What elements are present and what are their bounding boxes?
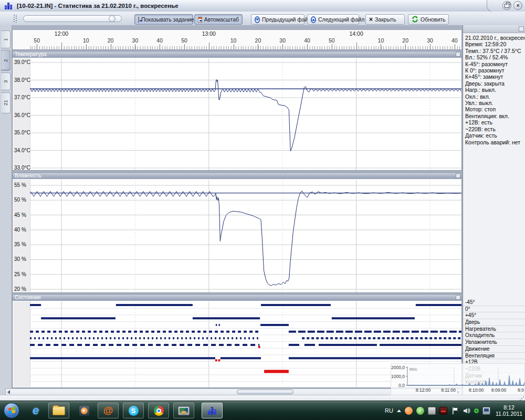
ruler-tick [37, 44, 37, 49]
taskbar-item-media-player[interactable] [74, 403, 94, 418]
media-player-icon [79, 406, 89, 416]
status-line: К-45°: разомкнут [465, 61, 524, 67]
hidden-icons-arrow-icon[interactable] [397, 410, 401, 412]
humidity-panel-button[interactable] [456, 173, 460, 178]
legend-row-Движение: Движение [463, 346, 525, 353]
status-line: Охл.: вкл. [465, 93, 524, 100]
toolbar: Показывать задание Автомасштаб Предыдущи… [0, 12, 525, 26]
clock-time: 8:12 [496, 404, 522, 411]
ruler-tick [455, 44, 455, 49]
state-panel-button[interactable] [456, 295, 460, 300]
ruler-tick [86, 44, 87, 49]
y-axis-label: 50 % [14, 197, 26, 203]
tray-action-center-flag-icon[interactable] [451, 407, 459, 415]
scroll-left-arrow-icon[interactable] [7, 390, 10, 394]
autoscale-toggle[interactable]: Автомасштаб [194, 14, 243, 25]
chamber-tab-1[interactable]: 1 [1, 30, 10, 48]
app-window: [10-02-21.IN] - Статистика за 21.02.2010… [0, 0, 525, 401]
info-panel-pin-button[interactable] [519, 26, 524, 32]
legend-row-Дверь: Дверь [463, 319, 525, 326]
ruler-tick [307, 44, 308, 49]
y-axis-label: 34.0°C [14, 148, 30, 153]
taskbar-item-windows-explorer[interactable] [48, 403, 69, 418]
close-file-button[interactable]: × Закрыть [365, 14, 405, 25]
taskbar-item-mail-agent[interactable]: @ [98, 403, 119, 418]
tray-volume-icon[interactable] [463, 407, 470, 415]
minute-tick-label: 10 [230, 37, 237, 44]
show-task-toggle[interactable]: Показывать задание [134, 14, 193, 25]
tray-network-icon[interactable] [482, 407, 490, 415]
humidity-plot [30, 180, 461, 292]
restore-icon [505, 4, 509, 8]
start-button[interactable] [4, 403, 19, 418]
y-axis-label: 37.0°C [14, 94, 30, 100]
legend-row-Охладитель: Охладитель [463, 332, 525, 339]
status-line: К+45°: замкнут [465, 74, 524, 80]
window-controls: × [487, 0, 525, 12]
tray-guard-icon[interactable] [439, 407, 447, 415]
network-monitor-overlay[interactable]: 2000,01000,00,0Кб/с8:12:008:11:008:10:00… [391, 363, 525, 395]
taskbar-clock[interactable]: 8:12 11.01.2011 [496, 404, 522, 417]
net-ytick-label: 2000,0 [391, 365, 405, 370]
status-line: Мотор: стоп [465, 106, 524, 112]
info-panel-header-strip [463, 25, 525, 33]
taskbar-item-statistics-app[interactable] [202, 403, 223, 418]
refresh-button[interactable]: Обновить [408, 14, 449, 25]
app-buildings-icon [4, 2, 13, 10]
minute-ticks [30, 46, 461, 49]
y-axis-label: 25 % [14, 271, 26, 277]
skype-icon: S [129, 406, 139, 416]
timescale-slider[interactable] [23, 15, 122, 22]
timescale-slider-knob[interactable] [109, 15, 116, 22]
status-line: Контроль аварий: нет [465, 139, 524, 145]
y-axis-label: 33.0°C [14, 165, 30, 171]
chamber-tab-2[interactable]: 2 [1, 50, 10, 71]
chamber-tab-3[interactable]: 3 [1, 72, 10, 90]
temperature-panel: Температура 39.0°C38.0°C37.0°C36.0°C35.0… [12, 51, 462, 171]
tray-printer-icon[interactable] [428, 407, 436, 415]
close-file-label: Закрыть [375, 16, 396, 23]
taskbar-item-internet-explorer[interactable]: e [25, 403, 46, 418]
taskbar-item-paint[interactable] [173, 403, 194, 418]
ruler-tick [111, 44, 111, 49]
close-icon: × [516, 2, 519, 9]
taskbar-item-chrome[interactable] [148, 403, 169, 418]
previous-file-button[interactable]: Предыдущий файл [251, 14, 304, 25]
language-indicator[interactable]: RU [385, 407, 393, 414]
up-arrow-icon [311, 16, 316, 23]
minute-tick-label: 30 [132, 37, 139, 44]
next-file-button[interactable]: Следующий файл [307, 14, 359, 25]
net-unit-label: Кб/с [410, 367, 417, 372]
temperature-panel-button[interactable] [456, 52, 460, 57]
status-line: Увл.: выкл. [465, 100, 524, 106]
toolbar-grip[interactable] [14, 15, 17, 23]
y-axis-label: 39.0°C [14, 59, 30, 65]
net-xtick-label: 8:0 [518, 387, 524, 393]
desktop: { "window": { "title": "[10-02-21.IN] - … [0, 0, 525, 420]
scrollbar-thumb[interactable] [237, 390, 293, 394]
restore-window-button[interactable] [502, 1, 511, 10]
internet-explorer-icon: e [33, 404, 39, 417]
minute-tick-label: 40 [304, 37, 310, 44]
tray-drweb-icon[interactable] [474, 408, 479, 413]
status-line: Время: 12:59:20 [465, 41, 524, 47]
temperature-panel-header: Температура [13, 51, 461, 58]
tray-mail-agent-icon[interactable] [405, 407, 413, 415]
next-file-label: Следующий файл [318, 16, 364, 23]
tray-antivirus-icon[interactable]: ✓ [416, 407, 424, 415]
legend-row-+45°: +45° [463, 312, 525, 319]
hour-tick-label: 14:00 [349, 30, 363, 37]
y-axis-label: 45 % [14, 212, 26, 218]
paint-monitor-icon [178, 406, 190, 415]
folder-icon [52, 406, 65, 415]
minute-tick-label: 40 [452, 37, 458, 44]
humidity-panel: Влажность 55 %50 %45 %40 %35 %30 %25 %20… [12, 172, 462, 293]
resize-grip[interactable] [519, 396, 524, 401]
y-axis-label: 20 % [14, 286, 26, 292]
refresh-label: Обновить [421, 16, 446, 23]
chamber-tab-21[interactable]: 21 [1, 92, 10, 113]
autoscale-grid-icon [198, 17, 202, 23]
close-window-button[interactable]: × [513, 1, 522, 10]
ruler-tick [258, 44, 258, 49]
taskbar-item-skype[interactable]: S [123, 403, 144, 418]
